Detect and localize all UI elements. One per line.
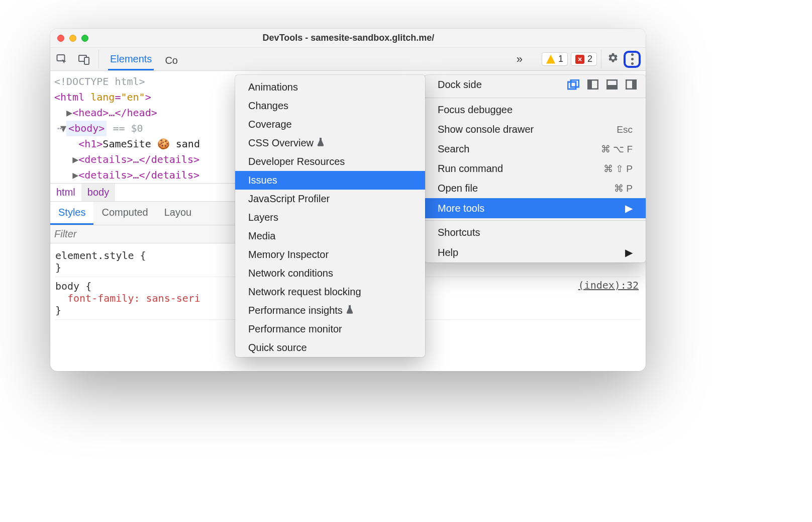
svg-rect-4 <box>571 80 579 87</box>
breadcrumb-html[interactable]: html <box>50 184 81 201</box>
submenu-item-label: Changes <box>248 100 288 112</box>
submenu-item-label: Animations <box>248 81 298 93</box>
submenu-item-label: Memory Inspector <box>248 249 329 260</box>
menu-item-label: Shortcuts <box>438 227 480 238</box>
submenu-item-label: Coverage <box>248 119 292 130</box>
flask-icon <box>317 137 325 149</box>
error-icon <box>575 55 584 64</box>
close-icon[interactable] <box>57 35 64 42</box>
overflow-tabs-icon[interactable]: » <box>514 53 526 66</box>
menu-item[interactable]: Show console drawerEsc <box>425 120 646 139</box>
devtools-window: DevTools - samesite-sandbox.glitch.me/ E… <box>50 29 646 371</box>
svg-rect-8 <box>607 85 617 89</box>
submenu-item[interactable]: Network conditions <box>235 264 425 283</box>
errors-count: 2 <box>587 54 592 64</box>
dock-side-label: Dock side <box>438 79 482 91</box>
submenu-item[interactable]: CSS Overview <box>235 134 425 152</box>
flask-icon <box>346 305 354 316</box>
dock-left-icon[interactable] <box>587 79 598 91</box>
menu-dock-side: Dock side <box>425 75 646 96</box>
submenu-item-label: Network request blocking <box>248 286 361 298</box>
more-tools-submenu: AnimationsChangesCoverageCSS OverviewDev… <box>235 75 425 357</box>
device-toggle-icon[interactable] <box>75 51 92 68</box>
tab-elements[interactable]: Elements <box>108 48 154 70</box>
minimize-icon[interactable] <box>69 35 76 42</box>
submenu-item-label: Performance insights <box>248 305 354 316</box>
menu-item[interactable]: Focus debuggee <box>425 100 646 120</box>
submenu-item[interactable]: Developer Resources <box>235 152 425 171</box>
window-title: DevTools - samesite-sandbox.glitch.me/ <box>93 33 603 43</box>
panel-tabs: Elements Co <box>103 48 185 70</box>
dock-right-icon[interactable] <box>626 79 637 91</box>
svg-rect-0 <box>57 55 65 61</box>
submenu-item[interactable]: Performance insights <box>235 301 425 320</box>
inspect-icon[interactable] <box>53 51 70 68</box>
submenu-item-label: Developer Resources <box>248 156 345 167</box>
svg-rect-2 <box>84 57 89 64</box>
tab-layout[interactable]: Layou <box>156 202 200 225</box>
menu-item-shortcut: ⌘ ⇧ P <box>603 163 633 175</box>
menu-item-label: Show console drawer <box>438 124 534 135</box>
main-menu: Dock side Focus debuggeeShow console dra… <box>425 75 646 263</box>
errors-badge[interactable]: 2 <box>571 52 597 66</box>
submenu-item[interactable]: JavaScript Profiler <box>235 190 425 208</box>
dock-bottom-icon[interactable] <box>606 79 618 91</box>
warnings-badge[interactable]: 1 <box>542 52 568 66</box>
menu-item-shortcut: Esc <box>617 124 633 135</box>
warnings-count: 1 <box>558 54 563 64</box>
rule-source-link[interactable]: (index):32 <box>578 279 639 291</box>
submenu-item[interactable]: Quick source <box>235 338 425 357</box>
submenu-item[interactable]: Animations <box>235 78 425 97</box>
warning-icon <box>546 55 555 64</box>
menu-item[interactable]: Shortcuts <box>425 223 646 242</box>
traffic-lights <box>57 35 88 42</box>
titlebar: DevTools - samesite-sandbox.glitch.me/ <box>50 29 646 48</box>
submenu-item-label: JavaScript Profiler <box>248 193 330 205</box>
menu-item[interactable]: Help▶ <box>425 242 646 263</box>
submenu-arrow-icon: ▶ <box>625 246 633 258</box>
dock-undock-icon[interactable] <box>567 79 579 91</box>
submenu-item-label: CSS Overview <box>248 137 325 149</box>
toolbar: Elements Co » 1 2 <box>50 48 646 71</box>
menu-item-shortcut: ⌘ P <box>614 183 633 194</box>
submenu-item[interactable]: Issues <box>235 171 425 190</box>
menu-item-label: Search <box>438 143 469 155</box>
submenu-item[interactable]: Performance monitor <box>235 320 425 338</box>
submenu-item-label: Issues <box>248 175 277 186</box>
svg-rect-10 <box>632 80 636 89</box>
menu-item[interactable]: Search⌘ ⌥ F <box>425 139 646 159</box>
submenu-item-label: Media <box>248 230 275 242</box>
settings-icon[interactable] <box>605 52 621 66</box>
tab-styles[interactable]: Styles <box>50 202 93 225</box>
submenu-item[interactable]: Coverage <box>235 115 425 134</box>
submenu-item[interactable]: Memory Inspector <box>235 245 425 264</box>
menu-item-label: Open file <box>438 183 478 194</box>
submenu-item[interactable]: Layers <box>235 208 425 227</box>
menu-item-shortcut: ⌘ ⌥ F <box>601 143 633 155</box>
submenu-item-label: Quick source <box>248 342 307 354</box>
tab-console-truncated[interactable]: Co <box>163 50 180 70</box>
submenu-arrow-icon: ▶ <box>625 202 633 214</box>
more-menu-button[interactable] <box>624 51 641 68</box>
svg-rect-3 <box>568 82 576 89</box>
tab-computed[interactable]: Computed <box>93 202 156 225</box>
submenu-item[interactable]: Changes <box>235 97 425 115</box>
submenu-item[interactable]: Media <box>235 227 425 245</box>
svg-rect-6 <box>588 80 592 89</box>
zoom-icon[interactable] <box>81 35 88 42</box>
menu-item-label: Help <box>438 247 458 258</box>
menu-item[interactable]: More tools▶ <box>425 198 646 218</box>
menu-item[interactable]: Run command⌘ ⇧ P <box>425 159 646 179</box>
submenu-item-label: Network conditions <box>248 268 333 279</box>
breadcrumb-body[interactable]: body <box>81 184 115 201</box>
submenu-item[interactable]: Network request blocking <box>235 283 425 301</box>
menu-item-label: Run command <box>438 163 503 175</box>
submenu-item-label: Layers <box>248 212 278 223</box>
menu-item[interactable]: Open file⌘ P <box>425 179 646 198</box>
submenu-item-label: Performance monitor <box>248 323 342 335</box>
menu-item-label: More tools <box>438 203 484 214</box>
kebab-icon <box>631 53 634 65</box>
menu-item-label: Focus debuggee <box>438 104 513 116</box>
